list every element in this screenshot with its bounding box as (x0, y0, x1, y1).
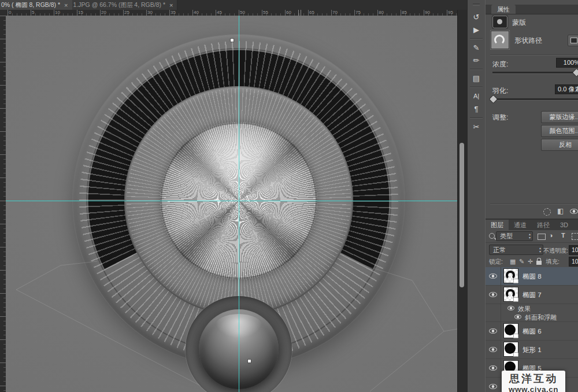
visibility-eye-icon[interactable] (489, 328, 497, 334)
document-tab-active[interactable]: 0% ( 椭圆 8, RGB/8) * × (0, 0, 72, 10)
layer-row-rectangle-1[interactable]: 矩形 1 (486, 341, 578, 359)
density-slider-thumb[interactable] (572, 68, 578, 77)
effects-eye-icon[interactable] (507, 306, 514, 310)
tab-layers[interactable]: 图层 (486, 220, 509, 230)
effects-label[interactable]: 效果 (518, 305, 531, 313)
filter-shape-layers-icon[interactable] (572, 233, 578, 240)
mask-edge-button[interactable]: 蒙版边缘… (541, 111, 578, 123)
dock-separator (470, 87, 483, 87)
lock-label: 锁定: (489, 258, 503, 265)
dock-separator (470, 38, 483, 39)
brush-icon: ✎ (473, 44, 480, 51)
paragraph-panel-icon[interactable]: ¶ (468, 102, 485, 115)
ruler-number: 60 (286, 10, 291, 16)
mask-options-button[interactable] (568, 35, 578, 46)
character-panel-icon[interactable]: A| (468, 90, 485, 102)
tab-properties[interactable]: 属性 (491, 5, 516, 14)
paragraph-icon: ¶ (475, 105, 479, 113)
eye-cell[interactable] (486, 267, 501, 285)
lock-position-icon[interactable]: ✛ (528, 258, 533, 265)
filter-kind-dropdown[interactable]: 类型 ▴▾ (496, 231, 533, 241)
layer-row-ellipse-8[interactable]: 椭圆 8 (486, 267, 578, 286)
eye-cell[interactable] (486, 341, 501, 358)
eye-cell[interactable] (486, 286, 501, 304)
history-panel-icon[interactable]: ↺ (468, 10, 485, 23)
color-range-button[interactable]: 颜色范围… (541, 125, 578, 137)
feather-value[interactable]: 0.0 像素 (555, 84, 578, 94)
ruler-number: 95 (448, 10, 453, 16)
lock-all-icon[interactable] (536, 261, 542, 265)
dock-separator (470, 117, 483, 118)
density-value[interactable]: 100% (556, 58, 578, 68)
layer-name[interactable]: 矩形 1 (523, 346, 542, 354)
layer-row-ellipse-7[interactable]: 椭圆 7 (486, 286, 578, 304)
scissors-icon: ✂ (473, 123, 480, 131)
ruler-number: 0 (9, 10, 11, 16)
lock-transparency-icon[interactable]: ▦ (510, 258, 516, 265)
eye-cell[interactable] (486, 322, 501, 340)
density-label: 浓度: (492, 60, 508, 69)
density-slider[interactable] (492, 72, 578, 74)
layer-thumbnail[interactable] (504, 269, 518, 283)
layer-name[interactable]: 椭圆 8 (523, 272, 542, 281)
vector-mask-badge-icon (513, 297, 518, 302)
vertical-scrollbar[interactable] (460, 143, 464, 287)
opacity-label: 不透明度: (543, 247, 568, 254)
layer-row-ellipse-6[interactable]: 椭圆 6 (486, 322, 578, 341)
layer-thumbnail[interactable] (504, 324, 518, 338)
ruler-horizontal[interactable]: 0 5 10 15 20 25 30 35 40 45 50 55 60 65 … (6, 10, 457, 16)
ruler-number: 25 (124, 10, 129, 16)
guide-vertical (239, 16, 239, 392)
bevel-emboss-label[interactable]: 斜面和浮雕 (525, 313, 557, 322)
fill-label: 填充: (546, 258, 560, 265)
watermark-title: 思洋互动 (502, 372, 565, 386)
tool-presets-panel-icon[interactable]: ✂ (468, 120, 485, 133)
layer-thumbnail[interactable] (504, 287, 518, 301)
actions-panel-icon[interactable]: ▶ (468, 23, 485, 36)
layer-name[interactable]: 椭圆 6 (523, 327, 542, 336)
visibility-eye-icon[interactable] (489, 384, 497, 389)
path-anchor-point[interactable] (248, 360, 251, 363)
opacity-value[interactable]: 100% (569, 245, 578, 255)
lock-pixels-icon[interactable]: ✎ (519, 258, 524, 265)
invert-button[interactable]: 反相 (541, 139, 578, 151)
visibility-eye-icon[interactable] (489, 365, 497, 371)
feather-slider[interactable] (492, 98, 578, 101)
layer-filter-row: 类型 ▴▾ ◑ T (486, 230, 578, 243)
feather-slider-thumb[interactable] (489, 95, 498, 104)
filter-pixel-layers-icon[interactable] (538, 234, 546, 240)
close-icon[interactable]: × (64, 2, 68, 9)
visibility-eye-icon[interactable] (489, 292, 497, 297)
tab-paths[interactable]: 路径 (532, 220, 555, 230)
visibility-eye-icon[interactable] (489, 273, 497, 279)
brush-presets-panel-icon[interactable]: ✏ (468, 54, 485, 66)
mask-enable-eye-icon[interactable] (570, 209, 578, 214)
visibility-eye-icon[interactable] (489, 347, 497, 352)
apply-mask-icon[interactable]: ◧ (557, 207, 564, 215)
path-anchor-point[interactable] (231, 39, 234, 42)
blend-mode-dropdown[interactable]: 正常 ▴▾ (489, 245, 543, 255)
brush-panel-icon[interactable]: ✎ (468, 41, 485, 54)
canvas[interactable] (6, 16, 457, 392)
divider (490, 204, 578, 204)
dock-grip[interactable] (473, 3, 480, 6)
stamp-icon: ▤ (473, 75, 480, 82)
document-tab-inactive[interactable]: 1.JPG @ 66.7% (图层 4, RGB/8) * × (72, 0, 178, 10)
fill-value[interactable]: 100% (569, 257, 578, 267)
ruler-number: 50 (240, 10, 245, 16)
filter-adjustment-layers-icon[interactable]: ◑ (549, 232, 553, 239)
load-selection-icon[interactable] (543, 208, 551, 216)
tab-channels[interactable]: 通道 (509, 220, 532, 230)
layer-name[interactable]: 椭圆 7 (523, 291, 542, 299)
filter-type-layers-icon[interactable]: T (561, 232, 565, 239)
ruler-number: 55 (263, 10, 268, 16)
bevel-emboss-eye-icon[interactable] (514, 315, 521, 319)
layer-thumbnail[interactable] (504, 342, 518, 356)
chevron-updown-icon: ▴▾ (539, 246, 541, 253)
eye-cell[interactable] (486, 378, 501, 392)
ruler-vertical[interactable] (0, 16, 6, 392)
eye-cell[interactable] (486, 359, 501, 377)
close-icon[interactable]: × (169, 2, 173, 9)
clone-source-panel-icon[interactable]: ▤ (468, 72, 485, 84)
tab-3d[interactable]: 3D (555, 220, 573, 230)
